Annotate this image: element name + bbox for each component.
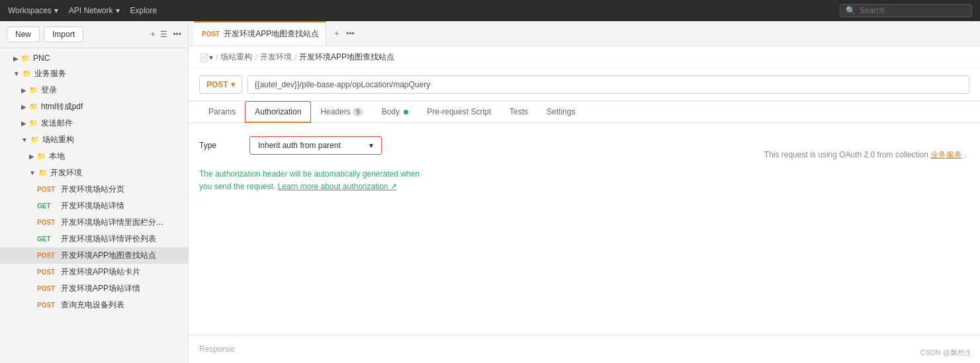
response-section: Response — [189, 335, 980, 363]
global-search[interactable]: 🔍 — [840, 4, 972, 17]
chevron-right-icon: ▶ — [21, 103, 26, 110]
add-icon[interactable]: + — [150, 30, 155, 39]
chevron-right-icon: ▶ — [21, 87, 26, 94]
oauth-info: This request is using OAuth 2.0 from col… — [764, 149, 967, 161]
content-area: POST 开发环境APP地图查找站点 ＋ ••• 📄▾ / 场站重构 / 开发环… — [189, 21, 980, 363]
sidebar: New Import + ☰ ••• ▶ 📁 PNC ▼ 📁 业务服务 — [0, 21, 189, 363]
chevron-down-icon: ▼ — [13, 70, 20, 77]
sidebar-item-bizservice[interactable]: ▼ 📁 业务服务 — [0, 65, 188, 82]
method-label: POST — [206, 80, 228, 89]
list-item[interactable]: POST 开发环境场站详情里面栏分... — [0, 214, 188, 231]
chevron-right-icon: ▶ — [29, 153, 34, 160]
chevron-right-icon: ▶ — [13, 55, 19, 62]
auth-learn-link[interactable]: Learn more about authorization ↗ — [278, 182, 397, 191]
folder-icon: 📁 — [37, 152, 46, 161]
watermark: CSDN @飘然生 — [920, 348, 972, 358]
tab-params[interactable]: Params — [199, 102, 245, 123]
explore-menu[interactable]: Explore — [130, 6, 157, 15]
more-tabs-icon[interactable]: ••• — [346, 29, 355, 38]
breadcrumb-current: 开发环境APP地图查找站点 — [299, 52, 394, 63]
breadcrumb: 📄▾ / 场站重构 / 开发环境 / 开发环境APP地图查找站点 — [189, 46, 980, 69]
tab-settings[interactable]: Settings — [537, 102, 584, 123]
folder-icon: 📁 — [30, 136, 40, 144]
sidebar-toolbar: New Import + ☰ ••• — [0, 21, 188, 48]
list-item-active[interactable]: POST 开发环境APP地图查找站点 — [0, 247, 188, 264]
breadcrumb-part2: 开发环境 — [260, 52, 292, 63]
chevron-down-icon: ▼ — [29, 169, 36, 177]
sidebar-item-siterecon[interactable]: ▼ 📁 场站重构 — [0, 132, 188, 148]
list-item[interactable]: GET 开发环境场站详情 — [0, 198, 188, 214]
import-button[interactable]: Import — [44, 26, 83, 42]
collection-link[interactable]: 业务服务 — [930, 150, 962, 159]
sidebar-item-pnc[interactable]: ▶ 📁 PNC — [0, 51, 188, 65]
request-panel: 📄▾ / 场站重构 / 开发环境 / 开发环境APP地图查找站点 POST ▾ … — [189, 46, 980, 363]
search-icon: 🔍 — [846, 6, 856, 15]
method-selector[interactable]: POST ▾ — [199, 75, 242, 94]
select-chevron: ▾ — [369, 141, 373, 150]
method-chevron: ▾ — [231, 80, 235, 89]
list-item[interactable]: POST 查询充电设备列表 — [0, 297, 188, 313]
auth-content: Type Inherit auth from parent ▾ The auth… — [189, 123, 980, 335]
auth-type-select[interactable]: Inherit auth from parent ▾ — [249, 136, 382, 155]
api-network-menu[interactable]: API Network ▾ — [69, 6, 120, 15]
list-icon[interactable]: ☰ — [160, 30, 167, 39]
tab-authorization[interactable]: Authorization — [245, 101, 311, 123]
folder-icon: 📁 — [29, 119, 38, 128]
tab-headers[interactable]: Headers 9 — [311, 102, 372, 123]
chevron-down-icon: ▼ — [21, 136, 28, 143]
breadcrumb-part1: 场站重构 — [220, 52, 252, 63]
sidebar-item-login[interactable]: ▶ 📁 登录 — [0, 82, 188, 99]
search-input[interactable] — [860, 6, 966, 15]
sidebar-actions: + ☰ ••• — [150, 30, 181, 39]
tab-add[interactable]: ＋ ••• — [333, 28, 355, 39]
workspaces-chevron: ▾ — [54, 6, 58, 15]
auth-info: The authorization header will be automat… — [199, 168, 477, 193]
main-layout: New Import + ☰ ••• ▶ 📁 PNC ▼ 📁 业务服务 — [0, 21, 980, 363]
tab-title: 开发环境APP地图查找站点 — [224, 28, 319, 40]
sidebar-item-htmltopdf[interactable]: ▶ 📁 html转成pdf — [0, 99, 188, 115]
sidebar-tree: ▶ 📁 PNC ▼ 📁 业务服务 ▶ 📁 登录 ▶ 📁 html转成pdf — [0, 48, 188, 363]
auth-body: Type Inherit auth from parent ▾ The auth… — [189, 123, 980, 363]
tab-method-label: POST — [202, 30, 220, 38]
folder-icon: 📁 — [29, 102, 38, 111]
tab-bar: POST 开发环境APP地图查找站点 ＋ ••• — [189, 21, 980, 46]
list-item[interactable]: POST 开发环境APP场站卡片 — [0, 264, 188, 280]
tab-tests[interactable]: Tests — [500, 102, 537, 123]
type-label: Type — [199, 141, 239, 150]
more-icon[interactable]: ••• — [173, 30, 181, 39]
sidebar-item-sendmail[interactable]: ▶ 📁 发送邮件 — [0, 115, 188, 132]
sidebar-item-devenv[interactable]: ▼ 📁 开发环境 — [0, 165, 188, 181]
folder-icon: 📁 — [38, 169, 48, 177]
add-tab-icon[interactable]: ＋ — [333, 28, 341, 39]
new-button[interactable]: New — [7, 26, 40, 42]
api-network-chevron: ▾ — [116, 6, 120, 15]
breadcrumb-sep: / — [216, 53, 218, 62]
list-item[interactable]: POST 开发环境APP场站详情 — [0, 280, 188, 297]
url-bar: POST ▾ — [189, 69, 980, 101]
workspaces-menu[interactable]: Workspaces ▾ — [8, 6, 58, 15]
tab-prerequest[interactable]: Pre-request Script — [418, 102, 500, 123]
headers-badge: 9 — [353, 108, 363, 116]
chevron-right-icon: ▶ — [21, 120, 26, 127]
list-item[interactable]: GET 开发环境场站详情评价列表 — [0, 231, 188, 247]
request-tab[interactable]: POST 开发环境APP地图查找站点 — [194, 21, 326, 46]
top-nav: Workspaces ▾ API Network ▾ Explore 🔍 — [0, 0, 980, 21]
body-active-dot — [404, 110, 408, 114]
url-input[interactable] — [247, 75, 969, 94]
request-tabs: Params Authorization Headers 9 Body Pre-… — [189, 101, 980, 123]
tab-body[interactable]: Body — [373, 102, 418, 123]
folder-icon: 📁 — [22, 69, 32, 78]
folder-icon: 📁 — [21, 54, 30, 63]
breadcrumb-doc-icon: 📄▾ — [199, 53, 213, 62]
folder-icon: 📁 — [29, 86, 38, 95]
sidebar-item-local[interactable]: ▶ 📁 本地 — [0, 148, 188, 165]
list-item[interactable]: POST 开发环境场站分页 — [0, 181, 188, 198]
